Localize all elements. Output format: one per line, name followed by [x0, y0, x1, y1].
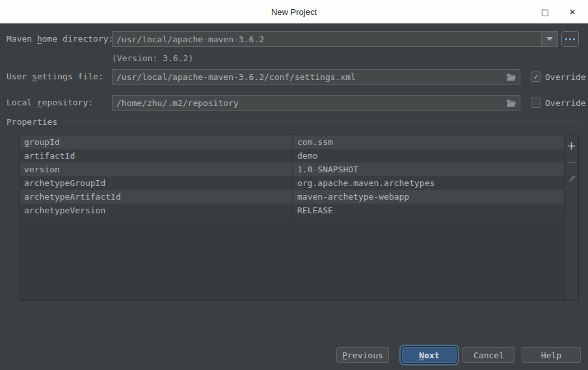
local-repo-field[interactable]: /home/zhu/.m2/repository — [112, 95, 520, 111]
property-key[interactable]: archetypeVersion — [20, 204, 292, 217]
user-settings-override-label: Override — [545, 72, 586, 82]
local-repo-override-checkbox[interactable] — [531, 98, 541, 108]
property-key[interactable]: version — [20, 163, 292, 176]
user-settings-override-checkbox[interactable]: ✓ — [531, 72, 541, 82]
user-settings-folder-button[interactable] — [503, 70, 520, 84]
property-key[interactable]: artifactId — [20, 149, 292, 163]
edit-property-button[interactable] — [565, 170, 578, 187]
property-key[interactable]: archetypeGroupId — [20, 176, 292, 190]
dialog-footer: Previous Next Cancel Help — [0, 345, 588, 365]
cancel-button[interactable]: Cancel — [462, 347, 515, 363]
maven-version-note: (Version: 3.6.2) — [112, 53, 193, 63]
properties-separator-line — [62, 122, 581, 122]
property-value[interactable]: RELEASE — [292, 204, 564, 217]
window-title: New Project — [271, 7, 317, 17]
user-settings-value[interactable]: /usr/local/apache-maven-3.6.2/conf/setti… — [113, 72, 503, 82]
table-row[interactable]: archetypeGroupId org.apache.maven.archet… — [20, 176, 564, 190]
local-repo-override-label: Override — [545, 98, 586, 108]
local-repo-folder-button[interactable] — [503, 96, 520, 110]
help-button[interactable]: Help — [522, 347, 581, 363]
table-row[interactable]: archetypeVersion RELEASE — [20, 204, 564, 217]
property-value[interactable]: 1.0-SNAPSHOT — [292, 163, 564, 176]
maven-home-dropdown-button[interactable] — [541, 32, 557, 46]
close-icon[interactable]: ✕ — [567, 7, 578, 17]
check-icon: ✓ — [533, 73, 538, 81]
property-key[interactable]: archetypeArtifactId — [20, 190, 292, 204]
previous-button[interactable]: Previous — [336, 347, 389, 363]
folder-icon — [506, 73, 516, 81]
add-property-button[interactable]: + — [565, 137, 578, 153]
maven-home-label: Maven home directory: — [7, 34, 113, 44]
table-row[interactable]: artifactId demo — [20, 149, 564, 163]
properties-table: groupId com.ssm artifactId demo version … — [20, 135, 564, 300]
maximize-icon[interactable]: □ — [540, 7, 550, 17]
window-controls: □ ✕ — [540, 0, 588, 23]
properties-panel: groupId com.ssm artifactId demo version … — [20, 135, 579, 301]
chevron-down-icon — [546, 37, 553, 41]
local-repo-value[interactable]: /home/zhu/.m2/repository — [113, 98, 503, 108]
minus-icon: − — [567, 155, 576, 169]
pencil-icon — [567, 174, 576, 183]
table-row[interactable]: groupId com.ssm — [20, 135, 564, 149]
property-value[interactable]: maven-archetype-webapp — [292, 190, 564, 204]
maven-home-browse-button[interactable] — [561, 31, 579, 47]
local-repo-label: Local repository: — [7, 98, 93, 107]
user-settings-field[interactable]: /usr/local/apache-maven-3.6.2/conf/setti… — [112, 69, 520, 85]
folder-icon — [506, 99, 516, 107]
maven-home-value[interactable]: /usr/local/apache-maven-3.6.2 — [113, 34, 541, 44]
properties-toolbar: + − — [564, 135, 578, 300]
property-value[interactable]: demo — [292, 149, 564, 163]
property-key[interactable]: groupId — [20, 135, 292, 149]
maven-home-combobox[interactable]: /usr/local/apache-maven-3.6.2 — [112, 31, 558, 47]
table-row[interactable]: version 1.0-SNAPSHOT — [20, 163, 564, 176]
plus-icon: + — [567, 139, 576, 152]
user-settings-label: User settings file: — [7, 72, 103, 81]
remove-property-button[interactable]: − — [565, 153, 578, 170]
properties-section-label: Properties — [7, 117, 57, 127]
property-value[interactable]: org.apache.maven.archetypes — [292, 176, 564, 190]
property-value[interactable]: com.ssm — [292, 135, 564, 149]
ellipsis-icon — [565, 38, 567, 40]
new-project-dialog: New Project □ ✕ Maven home directory: /u… — [0, 0, 588, 370]
titlebar: New Project □ ✕ — [0, 0, 588, 23]
next-button[interactable]: Next — [402, 347, 457, 363]
table-row[interactable]: archetypeArtifactId maven-archetype-weba… — [20, 190, 564, 204]
